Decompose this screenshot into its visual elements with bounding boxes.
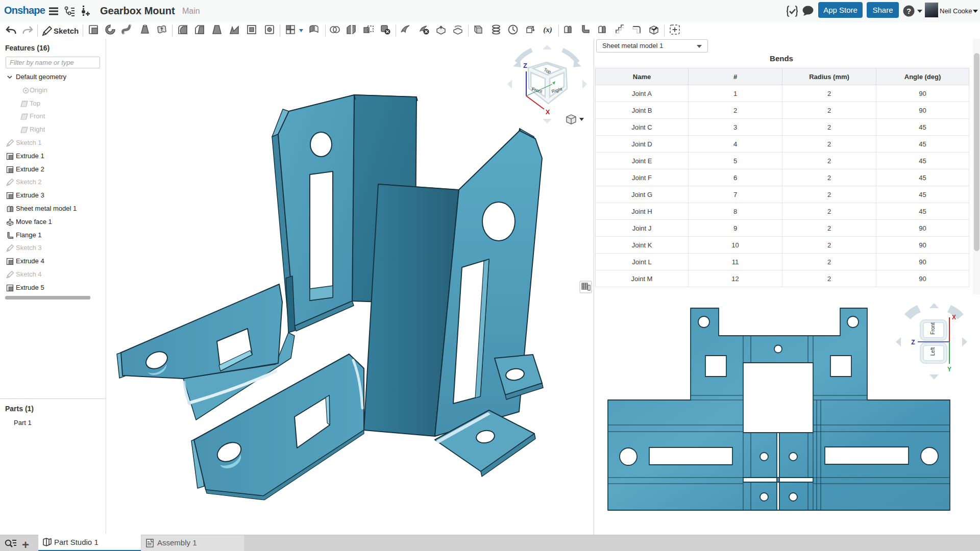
svg-text:Y: Y — [947, 366, 951, 373]
svg-text:X: X — [546, 108, 550, 116]
svg-text:?: ? — [906, 7, 911, 15]
svg-text:Z: Z — [911, 339, 915, 346]
svg-text:X: X — [952, 314, 956, 321]
svg-text:Z: Z — [523, 62, 527, 69]
svg-text:Left: Left — [930, 347, 936, 356]
svg-text:Front: Front — [930, 322, 936, 335]
svg-text:(x): (x) — [543, 26, 552, 34]
